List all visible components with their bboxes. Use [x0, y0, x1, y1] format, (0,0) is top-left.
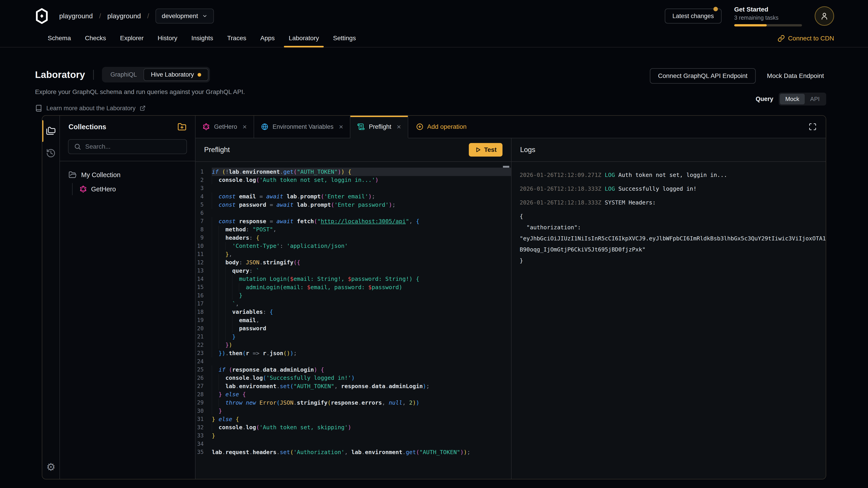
avatar[interactable]	[815, 6, 834, 26]
code-editor[interactable]: 1if (!lab.environment.get("AUTH_TOKEN"))…	[195, 162, 511, 479]
log-entry: 2026-01-26T12:12:09.271Z LOG Auth token …	[520, 169, 826, 181]
code-line: 21}	[195, 332, 511, 341]
connect-endpoint-button[interactable]: Connect GraphQL API Endpoint	[650, 68, 756, 84]
breadcrumb-org[interactable]: playground	[59, 12, 93, 20]
line-number: 13	[195, 267, 212, 274]
test-button[interactable]: Test	[469, 143, 503, 157]
line-number: 11	[195, 251, 212, 257]
history-icon	[46, 148, 56, 158]
log-level: LOG	[604, 186, 618, 192]
mode-toggle: GraphiQLHive Laboratory	[102, 67, 210, 83]
line-number: 17	[195, 300, 212, 307]
log-entry: 2026-01-26T12:12:18.333Z SYSTEM Headers:	[520, 197, 826, 208]
nav-item-settings[interactable]: Settings	[326, 30, 363, 47]
log-timestamp: 2026-01-26T12:12:09.271Z	[520, 172, 604, 178]
mock-endpoint-button[interactable]: Mock Data Endpoint	[765, 72, 826, 79]
code-line: 11},	[195, 250, 511, 258]
line-number: 4	[195, 193, 212, 200]
code-line: 27lab.environment.set("AUTH_TOKEN", resp…	[195, 382, 511, 390]
line-number: 30	[195, 408, 212, 414]
title-divider	[93, 70, 94, 80]
operation-item-gethero[interactable]: GetHero	[79, 183, 186, 195]
line-number: 27	[195, 383, 212, 389]
code-line: 20password	[195, 324, 511, 333]
tab-environment-variables[interactable]: Environment Variables×	[254, 116, 350, 138]
line-number: 33	[195, 432, 212, 439]
code-line: 16}	[195, 291, 511, 300]
settings-rail-button[interactable]: ⚙	[42, 461, 59, 473]
code-line: 30}	[195, 407, 511, 415]
tab-gethero[interactable]: GetHero×	[195, 116, 254, 138]
collections-tree: My Collection GetHero	[60, 161, 195, 205]
collections-search[interactable]	[68, 139, 187, 154]
plus-circle-icon	[416, 123, 424, 131]
code-line: 7const response = await fetch("http://lo…	[195, 217, 511, 225]
code-line: 26console.log('Successfully logged in!')	[195, 374, 511, 382]
close-icon[interactable]: ×	[243, 123, 247, 131]
log-timestamp: 2026-01-26T12:12:18.333Z	[520, 199, 604, 206]
collection-folder[interactable]: My Collection	[68, 171, 186, 179]
code-line: 14mutation Login($email: String!, $passw…	[195, 275, 511, 283]
code-line: 12body: JSON.stringify({	[195, 258, 511, 267]
search-input[interactable]	[85, 143, 181, 150]
mode-option-graphiql[interactable]: GraphiQL	[103, 69, 144, 80]
breadcrumb-project[interactable]: playground	[107, 12, 141, 20]
hive-logo-icon[interactable]	[34, 8, 50, 24]
collections-rail-button[interactable]	[46, 126, 56, 135]
tab-preflight[interactable]: Preflight×	[350, 116, 408, 138]
log-message: Headers:	[629, 199, 656, 206]
code-line: 25if (response.data.adminLogin) {	[195, 365, 511, 374]
close-icon[interactable]: ×	[339, 123, 343, 131]
line-number: 19	[195, 317, 212, 323]
query-target-api[interactable]: API	[805, 94, 825, 104]
add-collection-button[interactable]	[178, 123, 186, 131]
close-icon[interactable]: ×	[397, 123, 401, 131]
nav-item-laboratory[interactable]: Laboratory	[282, 30, 326, 47]
nav-item-explorer[interactable]: Explorer	[113, 30, 151, 47]
query-target-toggle: MockAPI	[779, 93, 826, 105]
nav-item-checks[interactable]: Checks	[78, 30, 113, 47]
code-line: 33}	[195, 431, 511, 440]
code-line: 5const password = await lab.prompt('Ente…	[195, 201, 511, 209]
add-operation-label: Add operation	[427, 123, 467, 130]
line-number: 9	[195, 234, 212, 241]
mode-option-hive-laboratory[interactable]: Hive Laboratory	[144, 68, 209, 81]
log-raw-line: "authorization":	[520, 222, 826, 233]
code-line: 10'Content-Type': 'application/json'	[195, 242, 511, 250]
log-timestamp: 2026-01-26T12:12:18.333Z	[520, 186, 604, 192]
line-number: 14	[195, 276, 212, 282]
nav-item-history[interactable]: History	[151, 30, 184, 47]
target-selector[interactable]: development	[156, 8, 214, 24]
nav-item-insights[interactable]: Insights	[184, 30, 220, 47]
tab-label: Environment Variables	[273, 123, 334, 130]
fullscreen-button[interactable]	[806, 121, 819, 133]
laboratory-panel: ⚙ Collections	[42, 115, 826, 480]
learn-more-link[interactable]: Learn more about the Laboratory	[35, 105, 245, 112]
query-target-mock[interactable]: Mock	[780, 94, 805, 104]
nav-item-traces[interactable]: Traces	[220, 30, 253, 47]
top-bar: playground / playground / development La…	[0, 0, 868, 47]
line-number: 1	[195, 168, 212, 175]
code-line: 6	[195, 209, 511, 217]
add-operation-button[interactable]: Add operation	[408, 116, 474, 138]
external-link-icon	[140, 105, 146, 111]
latest-changes-button[interactable]: Latest changes	[665, 8, 721, 24]
code-line: 17`,	[195, 300, 511, 308]
get-started-widget[interactable]: Get Started 3 remaining tasks	[734, 6, 802, 26]
editor-scrollbar[interactable]	[503, 166, 509, 168]
nav-item-schema[interactable]: Schema	[41, 30, 78, 47]
log-raw-line: {	[520, 211, 826, 222]
editor-logs-split: Preflight Test 1if (!lab.environment.get…	[195, 138, 826, 479]
history-rail-button[interactable]	[46, 148, 56, 158]
code-line: 23}).then(r => r.json());	[195, 349, 511, 357]
logs-output[interactable]: 2026-01-26T12:12:09.271Z LOG Auth token …	[512, 162, 826, 479]
primary-nav: SchemaChecksExplorerHistoryInsightsTrace…	[41, 30, 363, 47]
line-number: 16	[195, 292, 212, 299]
book-icon	[35, 105, 42, 112]
laboratory-header-right: Connect GraphQL API Endpoint Mock Data E…	[650, 67, 826, 115]
line-number: 3	[195, 185, 212, 191]
logs-pane: Logs 2026-01-26T12:12:09.271Z LOG Auth t…	[511, 138, 826, 479]
connect-to-cdn-link[interactable]: Connect to CDN	[778, 30, 834, 47]
nav-item-apps[interactable]: Apps	[253, 30, 282, 47]
collection-operations: GetHero	[72, 183, 186, 195]
